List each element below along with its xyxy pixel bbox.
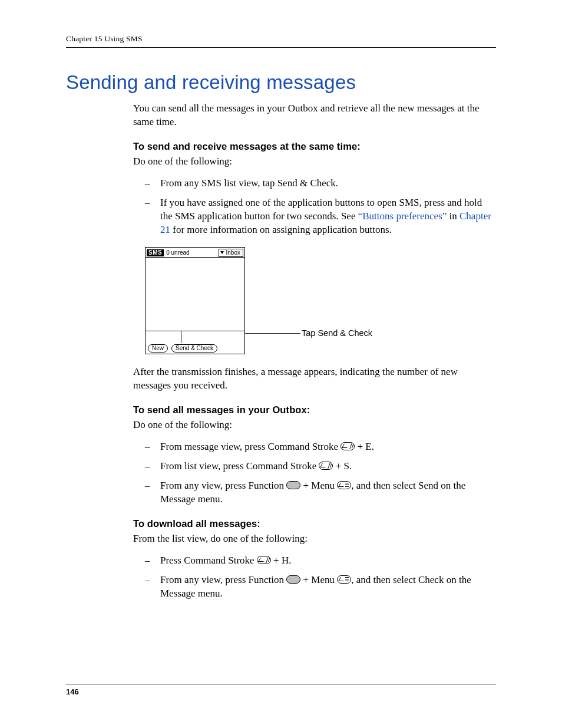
list-item-text: From list view, press Command Stroke [160, 460, 319, 472]
callout-line [244, 333, 300, 334]
list-item-text: Press Command Stroke [160, 555, 257, 566]
intro-paragraph: You can send all the messages in your Ou… [133, 102, 496, 129]
footer-rule [66, 684, 496, 684]
list-item: From any view, press Function + Menu , a… [145, 574, 496, 601]
list-item-text: in [447, 210, 459, 222]
status-area [146, 331, 244, 343]
new-button[interactable]: New [148, 344, 168, 353]
callout-label: Tap Send & Check [302, 328, 372, 340]
list-item: From list view, press Command Stroke + S… [145, 460, 496, 473]
list-item-text: + H. [271, 555, 292, 566]
function-key-icon [286, 575, 300, 584]
folder-dropdown[interactable]: Inbox [219, 249, 243, 257]
link-buttons-preferences[interactable]: “Buttons preferences” [358, 210, 447, 222]
page-number: 146 [66, 687, 79, 696]
unread-count: 0 unread [166, 249, 189, 256]
list-item-text: From message view, press Command Stroke [160, 441, 340, 452]
list-item: From any view, press Function + Menu , a… [145, 479, 496, 506]
menu-key-icon [337, 481, 351, 489]
list-item: Press Command Stroke + H. [145, 554, 496, 568]
procedure-lead: Do one of the following: [133, 419, 496, 432]
procedure-heading: To download all messages: [133, 517, 496, 530]
list-item-text: + E. [355, 441, 374, 452]
command-stroke-icon [340, 442, 355, 450]
function-key-icon [286, 481, 300, 489]
menu-key-icon [337, 575, 351, 584]
list-item-text: + Menu [300, 480, 337, 491]
procedure-heading: To send and receive messages at the same… [133, 140, 496, 153]
list-item-text: for more information on assigning applic… [170, 224, 392, 235]
divider [146, 257, 244, 258]
list-item-text: From any view, press Function [160, 574, 286, 585]
section-title: Sending and receiving messages [66, 71, 496, 94]
running-header: Chapter 15 Using SMS [66, 34, 496, 48]
palm-screenshot: SMS 0 unread Inbox New Send & Check [145, 247, 245, 354]
send-and-check-button[interactable]: Send & Check [171, 344, 217, 353]
list-item: From message view, press Command Stroke … [145, 440, 496, 454]
command-stroke-icon [257, 556, 271, 564]
list-item: From any SMS list view, tap Send & Check… [145, 177, 496, 190]
procedure-lead: From the list view, do one of the follow… [133, 532, 496, 546]
list-item-text: + Menu [300, 574, 337, 585]
figure: SMS 0 unread Inbox New Send & Check Tap … [145, 248, 496, 354]
list-item-text: + S. [333, 460, 352, 472]
procedure-heading: To send all messages in your Outbox: [133, 403, 496, 416]
procedure-lead: Do one of the following: [133, 155, 496, 169]
body-paragraph: After the transmission finishes, a messa… [133, 365, 496, 393]
command-stroke-icon [319, 462, 333, 470]
list-item-text: From any view, press Function [160, 480, 286, 491]
list-item: If you have assigned one of the applicat… [145, 196, 496, 237]
app-badge: SMS [147, 249, 164, 256]
